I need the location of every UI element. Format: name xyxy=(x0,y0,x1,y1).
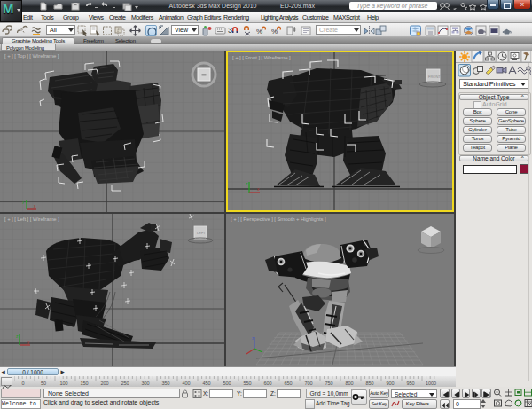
svg-text:FRONT: FRONT xyxy=(428,75,441,79)
svg-text:LEFT: LEFT xyxy=(197,231,206,235)
svg-text:3: 3 xyxy=(228,26,232,35)
